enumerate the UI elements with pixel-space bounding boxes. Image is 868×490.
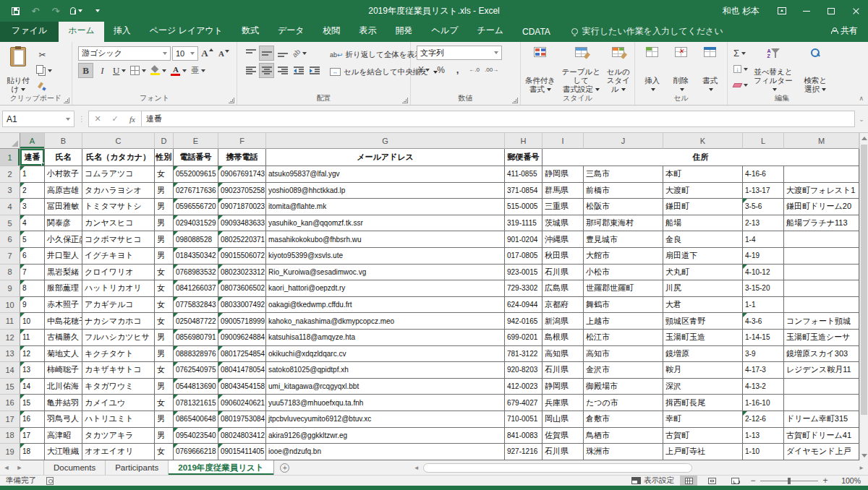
grid-cell[interactable]: 羽鳥弓人 bbox=[45, 411, 82, 428]
grid-cell[interactable]: 1-4 bbox=[743, 231, 784, 248]
ribbon-tab-home[interactable]: ホーム bbox=[59, 20, 104, 42]
grid-cell[interactable]: カキザキサトコ bbox=[82, 362, 155, 379]
grid-cell[interactable]: 古賀町 bbox=[663, 428, 743, 444]
grid-cell[interactable]: 女 bbox=[155, 362, 174, 379]
grid-cell[interactable]: 男 bbox=[155, 411, 174, 428]
formula-bar-grip[interactable]: ⋮ bbox=[75, 115, 88, 123]
grid-cell[interactable]: 08025220371 bbox=[218, 231, 266, 248]
collapse-ribbon-button[interactable]: ∧ bbox=[859, 95, 864, 102]
undo-button[interactable]: ↶ bbox=[26, 1, 45, 20]
row-header-8[interactable]: 8 bbox=[0, 265, 20, 281]
grid-cell[interactable]: Rio_Kuroiwa@sesadimwoc.vg bbox=[266, 265, 505, 281]
grid-cell[interactable]: 4-16-6 bbox=[743, 166, 784, 183]
grid-cell[interactable]: 玉湯町玉造 bbox=[663, 330, 743, 346]
grid-cell[interactable]: 女 bbox=[155, 265, 174, 281]
name-box[interactable]: A1 bbox=[2, 111, 75, 127]
paste-button[interactable]: 貼り付け bbox=[1, 44, 35, 95]
grid-cell[interactable]: 09009624884 bbox=[218, 330, 266, 346]
insert-function-button[interactable]: fx bbox=[124, 115, 141, 124]
row-header-10[interactable]: 10 bbox=[0, 297, 20, 314]
ribbon-tab-cdata[interactable]: CDATA bbox=[513, 22, 560, 42]
cut-button[interactable]: ✂ bbox=[35, 47, 50, 62]
zoom-slider-thumb[interactable] bbox=[788, 478, 791, 484]
row-header-17[interactable]: 17 bbox=[0, 411, 20, 428]
grid-cell[interactable]: 1-13 bbox=[743, 428, 784, 444]
grid-cell[interactable]: 男 bbox=[155, 428, 174, 444]
grid-cell[interactable]: ハトリユミト bbox=[82, 411, 155, 428]
redo-button[interactable]: ↷ bbox=[46, 1, 65, 20]
column-header-A[interactable]: A bbox=[20, 133, 45, 149]
touch-mode-button[interactable] bbox=[67, 1, 85, 20]
grid-cell[interactable]: 関泰彦 bbox=[45, 215, 82, 232]
grid-cell[interactable]: 女 bbox=[155, 395, 174, 411]
grid-cell[interactable] bbox=[784, 379, 859, 395]
phonetic-guide-button[interactable]: 亜 bbox=[190, 63, 207, 78]
row-header-12[interactable]: 12 bbox=[0, 330, 20, 346]
grid-cell[interactable]: 0781321615 bbox=[174, 395, 218, 411]
grid-cell[interactable]: 男 bbox=[155, 199, 174, 215]
number-format-select[interactable]: 文字列 bbox=[417, 46, 502, 60]
view-settings-button[interactable]: 表示設定 bbox=[631, 476, 674, 486]
minimize-button[interactable] bbox=[794, 0, 819, 22]
grid-cell[interactable]: ナカシマカホコ bbox=[82, 313, 155, 330]
font-name-select[interactable]: 游ゴシック bbox=[78, 46, 171, 61]
grid-cell[interactable]: 男 bbox=[155, 215, 174, 232]
borders-button[interactable] bbox=[129, 63, 148, 78]
grid-cell[interactable]: メールアドレス bbox=[266, 149, 505, 166]
align-bottom-button[interactable] bbox=[275, 46, 290, 61]
tell-me-box[interactable]: 実行したい作業を入力してください bbox=[571, 25, 723, 42]
grid-cell[interactable] bbox=[784, 231, 859, 248]
view-page-break-button[interactable] bbox=[726, 476, 744, 486]
grid-cell[interactable]: 高知県 bbox=[542, 346, 584, 363]
grid-cell[interactable]: 1-13-17 bbox=[743, 183, 784, 199]
grid-cell[interactable]: 1-14-15 bbox=[743, 330, 784, 346]
fill-color-button[interactable] bbox=[149, 63, 168, 78]
grid-cell[interactable]: たつの市 bbox=[584, 395, 663, 411]
grid-cell[interactable] bbox=[784, 166, 859, 183]
grid-cell[interactable]: 4-3-6 bbox=[743, 313, 784, 330]
grid-cell[interactable]: 0769666218 bbox=[174, 444, 218, 460]
grid-cell[interactable]: 2-12-6 bbox=[743, 411, 784, 428]
grid-cell[interactable]: 北川佑海 bbox=[45, 379, 82, 395]
grid-cell[interactable]: yasuhiko_kan@qqomzf.tk.ssr bbox=[266, 215, 505, 232]
ribbon-tab-help[interactable]: ヘルプ bbox=[422, 20, 468, 42]
grid-cell[interactable] bbox=[784, 265, 859, 281]
grid-cell[interactable]: 18 bbox=[20, 444, 45, 460]
grid-cell[interactable]: コムラアツコ bbox=[82, 166, 155, 183]
find-select-button[interactable]: 検索と選択 bbox=[797, 46, 833, 95]
grid-cell[interactable]: 0250487722 bbox=[174, 313, 218, 330]
grid-cell[interactable]: 09060240621 bbox=[218, 395, 266, 411]
grid-cell[interactable]: 古賀町ドリーム41 bbox=[784, 428, 859, 444]
grid-cell[interactable]: 3 bbox=[20, 199, 45, 215]
horizontal-scroll-thumb[interactable] bbox=[423, 463, 693, 473]
scroll-right-button[interactable]: ► bbox=[856, 465, 867, 471]
grid-cell[interactable]: 頸城区青野 bbox=[663, 313, 743, 330]
grid-cell[interactable]: 699-0201 bbox=[505, 330, 542, 346]
grid-cell[interactable]: satoko81025@qpidtpf.xh bbox=[266, 362, 505, 379]
grid-cell[interactable]: 0552009615 bbox=[174, 166, 218, 183]
grid-cell[interactable]: 017-0805 bbox=[505, 248, 542, 265]
vertical-scrollbar[interactable] bbox=[859, 133, 868, 460]
close-button[interactable] bbox=[843, 0, 868, 22]
grid-cell[interactable]: 729-3302 bbox=[505, 280, 542, 297]
grid-cell[interactable]: 624-0944 bbox=[505, 297, 542, 314]
grid-cell[interactable]: 17 bbox=[20, 428, 45, 444]
grid-cell[interactable]: 三重県 bbox=[542, 199, 584, 215]
decrease-indent-button[interactable] bbox=[291, 63, 306, 78]
delete-cells-button[interactable]: 削除 bbox=[668, 44, 694, 95]
grid-cell[interactable]: 高原吉雄 bbox=[45, 183, 82, 199]
grid-cell[interactable]: 08041478054 bbox=[218, 362, 266, 379]
grid-cell[interactable]: 三島市 bbox=[584, 166, 663, 183]
grid-cell[interactable]: 098088528 bbox=[174, 231, 218, 248]
grid-cell[interactable]: クロイワリオ bbox=[82, 265, 155, 281]
grid-cell[interactable]: 5 bbox=[20, 231, 45, 248]
grid-cell[interactable]: 御殿場市 bbox=[584, 379, 663, 395]
ribbon-tab-formulas[interactable]: 数式 bbox=[232, 20, 268, 42]
increase-decimal-button[interactable] bbox=[467, 62, 482, 77]
grid-cell[interactable] bbox=[784, 395, 859, 411]
expand-formula-bar-button[interactable]: ⌄ bbox=[855, 116, 868, 123]
grid-cell[interactable]: 珠洲市 bbox=[584, 444, 663, 460]
grid-cell[interactable]: アカギテルコ bbox=[82, 297, 155, 314]
grid-cell[interactable]: 4 bbox=[20, 215, 45, 232]
grid-cell[interactable]: kahoko_nakashima@dkmypcopcz.meo bbox=[266, 313, 505, 330]
